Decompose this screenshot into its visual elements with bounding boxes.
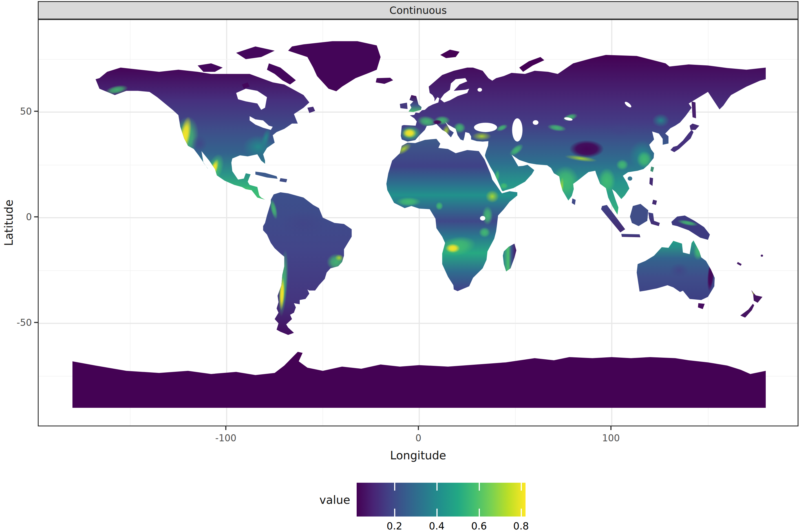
legend-colorbar <box>357 483 526 516</box>
legend-tick-0.8-top <box>521 483 522 491</box>
facet-strip: Continuous <box>38 1 798 19</box>
legend-label-0.6: 0.6 <box>459 520 499 532</box>
landmass-sumatra <box>601 205 625 233</box>
legend-label-0.8: 0.8 <box>501 520 541 532</box>
landmass-hainan <box>628 176 632 180</box>
landmass-greenland <box>288 41 381 91</box>
landmass-fiji <box>761 254 763 257</box>
landmass-java <box>621 234 640 238</box>
landmass-iceland <box>376 78 393 84</box>
y-axis-tick-0 <box>34 216 38 217</box>
landmass-taiwan <box>650 167 654 172</box>
legend-tick-0.2-top <box>394 483 395 491</box>
legend-tick-0.4-bottom <box>436 509 438 516</box>
landmass-cuba <box>255 172 278 179</box>
x-axis-title: Longitude <box>362 449 474 462</box>
landmass-hispaniola <box>279 178 287 182</box>
landmass-new-zealand-north <box>751 290 763 303</box>
landmass-newfoundland <box>307 107 315 113</box>
landmass-mindanao <box>652 200 657 205</box>
world-raster-map <box>72 38 766 408</box>
landmass-luzon <box>649 177 653 186</box>
plot-panel <box>38 19 798 426</box>
landmass-new-guinea <box>671 215 710 240</box>
y-axis-title: Latitude <box>2 167 15 279</box>
landmass-ireland <box>400 103 407 109</box>
figure: Continuous <box>0 0 799 532</box>
y-axis-tick--50 <box>34 322 38 323</box>
caspian-sea <box>512 118 522 142</box>
lake-victoria <box>480 216 485 221</box>
x-axis-tick-100 <box>611 426 612 430</box>
x-axis-label-0: 0 <box>396 433 441 443</box>
x-axis-label--100: -100 <box>203 433 248 443</box>
landmass-tasmania <box>698 303 705 309</box>
lake-ladoga <box>477 88 482 92</box>
landmass-great-britain <box>408 95 421 112</box>
landmass-sulawesi <box>648 212 660 226</box>
x-axis-tick--100 <box>225 426 226 430</box>
legend-tick-0.6-top <box>479 483 480 491</box>
x-axis-tick-0 <box>418 426 419 430</box>
legend-title: value <box>288 493 350 506</box>
landmass-victoria-island <box>198 63 223 72</box>
landmass-borneo <box>630 204 648 226</box>
landmass-new-caledonia <box>737 262 742 266</box>
landmass-novaya-zemlya <box>519 57 544 72</box>
y-axis-label-50: 50 <box>0 106 32 117</box>
landmass-japan <box>670 130 693 152</box>
legend-tick-0.2-bottom <box>394 509 395 516</box>
black-sea <box>474 123 497 132</box>
y-axis-label--50: -50 <box>0 317 32 328</box>
legend-tick-0.4-top <box>436 483 438 491</box>
landmass-new-zealand-south <box>740 304 754 318</box>
landmass-madagascar <box>503 244 516 271</box>
x-axis-label-100: 100 <box>588 433 634 443</box>
landmass-baffin-island <box>267 63 296 84</box>
legend-tick-0.6-bottom <box>479 509 480 516</box>
aral-sea <box>533 120 539 125</box>
landmass-sakhalin <box>692 101 696 118</box>
landmass-sri-lanka <box>572 198 576 205</box>
landmass-ellesmere-island <box>236 46 275 59</box>
y-axis-tick-50 <box>34 111 38 112</box>
landmass-svalbard <box>440 50 459 58</box>
legend-label-0.2: 0.2 <box>375 520 414 532</box>
legend-label-0.4: 0.4 <box>417 520 456 532</box>
landmass-antarctica <box>72 352 766 408</box>
facet-strip-label: Continuous <box>389 4 447 16</box>
landmass-hokkaido <box>690 124 699 130</box>
legend-tick-0.8-bottom <box>521 509 522 516</box>
landmasses <box>72 41 766 408</box>
